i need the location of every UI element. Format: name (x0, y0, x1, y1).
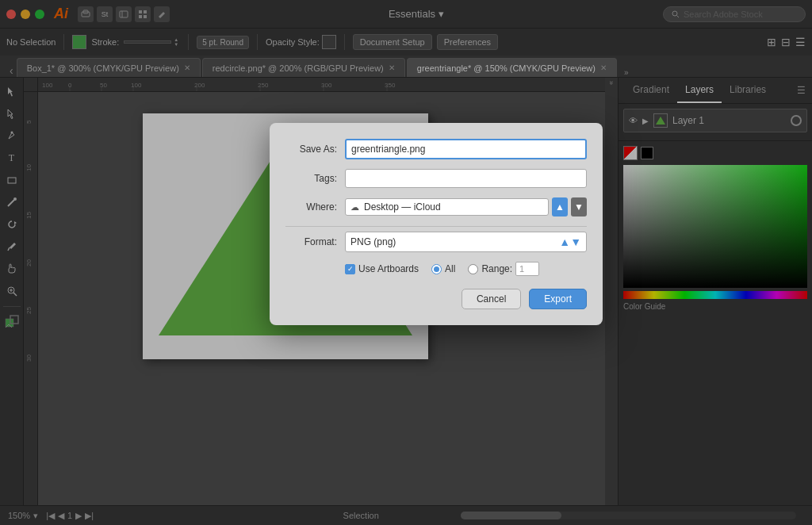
save-as-row: Save As: (285, 139, 587, 159)
use-artboards-checkbox[interactable]: ✓ (345, 264, 355, 274)
dialog-divider (285, 226, 587, 227)
format-value: PNG (png) (350, 236, 396, 247)
range-label: Range: (481, 263, 512, 274)
all-label: All (445, 263, 455, 274)
where-control: ☁ Desktop — iCloud ▲ ▼ (345, 197, 587, 217)
cancel-button[interactable]: Cancel (462, 289, 521, 309)
dialog-options: ✓ Use Artboards All Range: (345, 262, 587, 276)
tags-label: Tags: (285, 173, 337, 184)
range-radio[interactable] (468, 264, 478, 274)
format-row: Format: PNG (png) ▲▼ (285, 232, 587, 252)
export-button[interactable]: Export (529, 289, 587, 309)
format-dropdown-icon: ▲▼ (559, 236, 581, 248)
range-option[interactable]: Range: (468, 262, 539, 276)
export-dialog: Save As: Tags: Where: ☁ Desktop — iCloud… (270, 123, 603, 325)
format-select[interactable]: PNG (png) ▲▼ (345, 232, 587, 252)
dialog-overlay: Save As: Tags: Where: ☁ Desktop — iCloud… (0, 0, 812, 525)
range-input[interactable] (515, 262, 539, 276)
where-value: Desktop — iCloud (364, 201, 441, 213)
use-artboards-option[interactable]: ✓ Use Artboards (345, 263, 419, 274)
use-artboards-label: Use Artboards (358, 263, 419, 274)
cloud-icon: ☁ (350, 202, 359, 213)
where-label: Where: (285, 201, 337, 213)
all-option[interactable]: All (431, 263, 455, 274)
where-down-arrow[interactable]: ▼ (571, 197, 587, 217)
format-label: Format: (285, 236, 337, 247)
tags-row: Tags: (285, 169, 587, 188)
where-select[interactable]: ☁ Desktop — iCloud (345, 198, 549, 216)
all-radio[interactable] (431, 264, 442, 274)
where-up-arrow[interactable]: ▲ (552, 197, 568, 217)
tags-input[interactable] (345, 169, 587, 188)
where-row: Where: ☁ Desktop — iCloud ▲ ▼ (285, 197, 587, 217)
save-as-label: Save As: (285, 144, 337, 155)
save-as-input[interactable] (345, 139, 587, 159)
dialog-buttons: Cancel Export (285, 289, 587, 309)
